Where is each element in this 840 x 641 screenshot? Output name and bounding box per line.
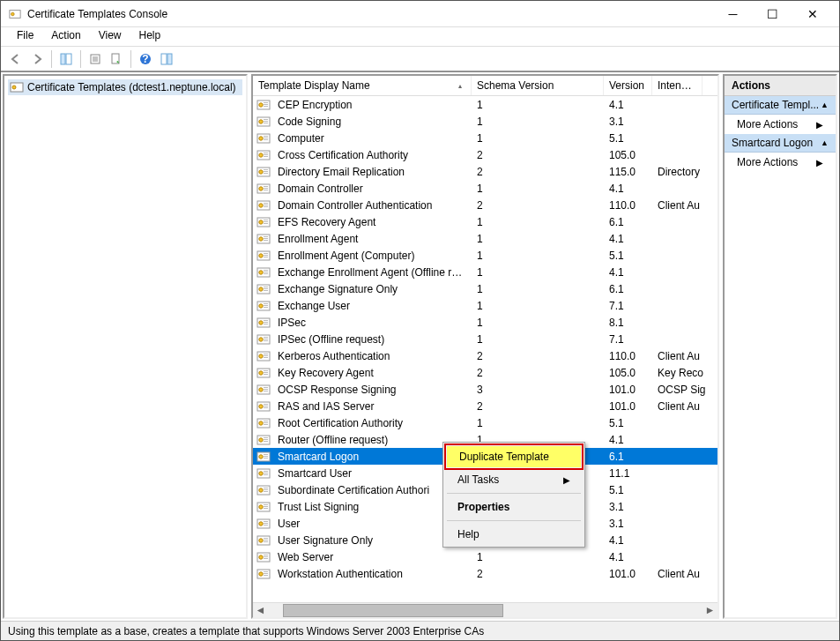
cell-name: EFS Recovery Agent — [272, 216, 472, 228]
close-button[interactable]: ✕ — [792, 1, 832, 27]
svg-rect-93 — [264, 355, 268, 356]
cert-template-icon — [256, 517, 271, 531]
context-menu-help[interactable]: Help — [445, 524, 583, 545]
table-row[interactable]: Domain Controller14.1 — [253, 180, 717, 197]
toolbar: ? — [1, 47, 839, 71]
table-row[interactable]: Kerberos Authentication2110.0Client Au — [253, 347, 717, 364]
help-button[interactable]: ? — [136, 49, 155, 69]
svg-rect-64 — [264, 257, 268, 257]
actions-more-actions-1[interactable]: More Actions▶ — [725, 115, 836, 134]
table-row[interactable]: Exchange Signature Only16.1 — [253, 280, 717, 297]
svg-point-36 — [259, 169, 263, 173]
menu-action[interactable]: Action — [42, 27, 89, 46]
actions-more-actions-2[interactable]: More Actions▶ — [725, 153, 836, 172]
table-row[interactable]: IPSec18.1 — [253, 314, 717, 331]
svg-point-96 — [259, 370, 263, 374]
cell-schema: 2 — [472, 350, 604, 362]
scroll-right-icon[interactable]: ► — [702, 604, 717, 616]
col-header-name[interactable]: Template Display Name▴ — [253, 76, 472, 95]
table-row[interactable]: Code Signing13.1 — [253, 113, 717, 130]
properties-button[interactable] — [85, 49, 105, 69]
scroll-left-icon[interactable]: ◄ — [253, 604, 268, 616]
horizontal-scrollbar[interactable]: ◄ ► — [253, 602, 717, 617]
cell-version: 11.1 — [604, 467, 652, 480]
col-header-intended[interactable]: Intended ▴ — [652, 76, 702, 95]
table-row[interactable]: Computer15.1 — [253, 130, 717, 146]
cert-template-icon — [256, 165, 271, 179]
back-button[interactable] — [6, 49, 26, 69]
cert-template-icon — [256, 299, 271, 313]
svg-rect-68 — [264, 272, 268, 272]
menu-help[interactable]: Help — [130, 27, 170, 46]
svg-rect-47 — [264, 203, 268, 204]
table-row[interactable]: Root Certification Authority15.1 — [253, 414, 717, 431]
col-header-version[interactable]: Version — [604, 76, 652, 95]
svg-rect-84 — [264, 324, 268, 324]
table-row[interactable]: CEP Encryption14.1 — [253, 96, 717, 113]
table-row[interactable]: Enrollment Agent (Computer)15.1 — [253, 247, 717, 264]
svg-point-76 — [259, 303, 263, 307]
maximize-button[interactable]: ☐ — [753, 1, 792, 27]
cell-version: 5.1 — [604, 250, 652, 262]
actions-section-smartcard-logon[interactable]: Smartcard Logon▲ — [725, 134, 836, 153]
svg-rect-147 — [264, 538, 268, 539]
cell-name: Code Signing — [272, 116, 472, 128]
cell-name: OCSP Response Signing — [272, 384, 472, 396]
cell-version: 7.1 — [604, 300, 652, 312]
cell-schema: 1 — [472, 333, 604, 346]
show-hide-tree-button[interactable] — [56, 49, 76, 69]
menu-view[interactable]: View — [90, 27, 130, 46]
workspace: Certificate Templates (dctest1.neptune.l… — [1, 71, 839, 621]
table-row[interactable]: Domain Controller Authentication2110.0Cl… — [253, 197, 717, 213]
table-row[interactable]: Workstation Authentication2101.0Client A… — [253, 565, 717, 582]
cell-version: 4.1 — [604, 434, 652, 446]
cell-version: 4.1 — [604, 551, 652, 563]
cell-schema: 1 — [472, 116, 604, 128]
svg-rect-83 — [264, 322, 268, 323]
table-row[interactable]: Cross Certification Authority2105.0 — [253, 146, 717, 163]
svg-rect-87 — [264, 337, 268, 338]
table-row[interactable]: Enrollment Agent14.1 — [253, 230, 717, 247]
refresh-button[interactable] — [107, 49, 126, 69]
cell-schema: 2 — [472, 400, 604, 413]
svg-point-151 — [259, 555, 263, 558]
col-header-schema[interactable]: Schema Version — [472, 76, 604, 95]
cert-template-icon — [256, 98, 271, 112]
cell-schema: 1 — [472, 216, 604, 228]
table-row[interactable]: RAS and IAS Server2101.0Client Au — [253, 398, 717, 414]
svg-rect-29 — [264, 139, 268, 140]
forward-button[interactable] — [27, 49, 47, 69]
svg-rect-117 — [264, 437, 268, 438]
cell-version: 4.1 — [604, 233, 652, 245]
table-row[interactable]: Web Server14.1 — [253, 548, 717, 565]
table-row[interactable]: Exchange User17.1 — [253, 297, 717, 314]
context-menu-duplicate-template[interactable]: Duplicate Template — [447, 446, 581, 467]
menu-file[interactable]: File — [8, 27, 42, 46]
svg-rect-49 — [264, 206, 268, 207]
table-row[interactable]: IPSec (Offline request)17.1 — [253, 331, 717, 347]
table-row[interactable]: Exchange Enrollment Agent (Offline requ.… — [253, 264, 717, 280]
cert-template-icon — [256, 500, 271, 514]
sort-indicator-icon: ▴ — [458, 82, 465, 90]
table-row[interactable]: Directory Email Replication2115.0Directo… — [253, 163, 717, 180]
context-menu-all-tasks[interactable]: All Tasks▶ — [445, 469, 583, 490]
actions-header: Actions — [725, 76, 836, 96]
scrollbar-thumb[interactable] — [283, 604, 503, 617]
cell-version: 105.0 — [604, 367, 652, 379]
cell-schema: 1 — [472, 250, 604, 262]
cell-version: 6.1 — [604, 216, 652, 228]
cell-schema: 1 — [472, 132, 604, 145]
table-row[interactable]: OCSP Response Signing3101.0OCSP Sig — [253, 381, 717, 398]
tree-node-certificate-templates[interactable]: Certificate Templates (dctest1.neptune.l… — [8, 79, 242, 95]
show-hide-action-pane-button[interactable] — [157, 49, 176, 69]
table-row[interactable]: EFS Recovery Agent16.1 — [253, 213, 717, 230]
menubar: File Action View Help — [1, 27, 839, 47]
actions-section-certificate-templates[interactable]: Certificate Templ...▲ — [725, 96, 836, 115]
context-menu-separator — [447, 493, 581, 494]
svg-point-106 — [259, 404, 263, 407]
context-menu-properties[interactable]: Properties — [445, 496, 583, 518]
svg-rect-32 — [264, 153, 268, 153]
minimize-button[interactable]: ─ — [713, 1, 753, 27]
table-row[interactable]: Key Recovery Agent2105.0Key Reco — [253, 364, 717, 381]
svg-rect-63 — [264, 255, 268, 256]
